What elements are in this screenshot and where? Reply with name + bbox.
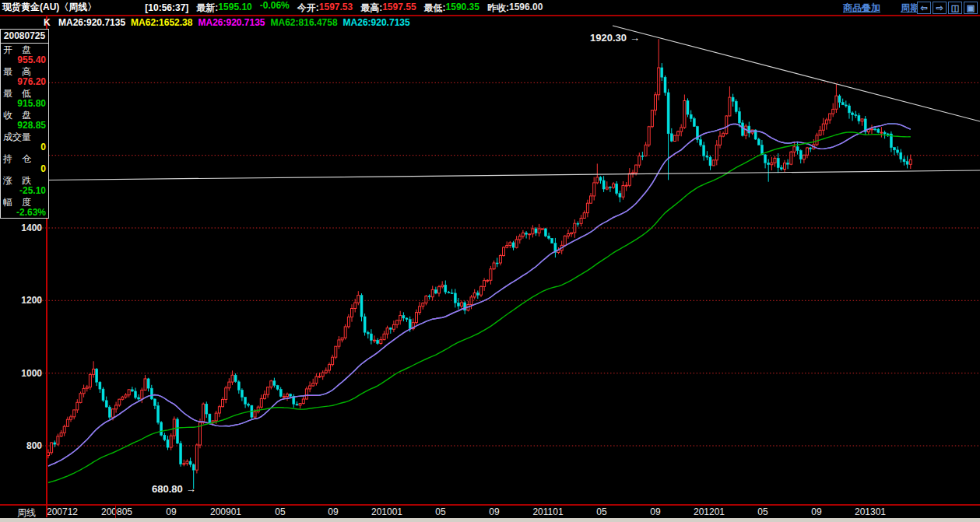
date-label: 201201 [694, 506, 725, 517]
trading-app-window: 现货黄金(AU)〈周线〉 [10:56:37] 最新:1595.10-0.06%… [0, 0, 980, 522]
field-label: 昨收: [487, 2, 509, 15]
date-label: 09 [811, 506, 821, 517]
annotation-text: 1920.30 [590, 32, 627, 44]
maximize-icon[interactable]: ▣ [964, 2, 978, 14]
quote-row-value: -2.63% [3, 208, 46, 218]
window-bottom-strip [0, 518, 980, 522]
annotation-arrow: → [630, 32, 640, 44]
price-annotation: 1920.30→ [590, 32, 640, 44]
split-window-icon[interactable]: ◫ [948, 2, 962, 14]
date-label: 09 [328, 506, 338, 517]
price-field: 最低:1590.35 [424, 2, 479, 15]
field-value: 1597.55 [382, 2, 416, 15]
date-label: 201101 [532, 506, 563, 517]
quote-row: 最 高976.20 [1, 66, 48, 87]
quote-row-value: 0 [3, 142, 46, 152]
quote-row: 收 盘928.85 [1, 110, 48, 131]
price-field: 最新:1595.10 [196, 2, 251, 15]
price-field: 最高:1597.55 [360, 2, 416, 15]
clock: [10:56:37] [145, 2, 188, 13]
axis-line-extension [46, 504, 47, 517]
ma-value-label: MA26:920.7135 [58, 17, 125, 28]
ma26-line [48, 124, 911, 466]
quote-info-panel: 20080725 开 盘955.40最 高976.20最 低915.80收 盘9… [0, 29, 49, 219]
quote-row-label: 最 低 [3, 88, 46, 99]
y-axis-label: 1000 [0, 368, 42, 379]
y-axis-label: 1400 [0, 222, 42, 233]
date-label: 05 [596, 506, 606, 517]
ma-value-label: MA26:920.7135 [343, 17, 410, 28]
support-trendline[interactable] [47, 170, 980, 180]
field-label: 最新: [196, 2, 218, 15]
arrow-left-icon[interactable]: ⇦ [917, 2, 931, 14]
date-label: 200805 [101, 506, 132, 517]
quote-row-label: 涨 跌 [3, 175, 46, 186]
ma-value-label: MA26:920.7135 [198, 17, 265, 28]
instrument-title: 现货黄金(AU)〈周线〉 [2, 1, 97, 14]
date-label: 05 [275, 506, 285, 517]
price-field: 今开:1597.53 [297, 2, 353, 15]
date-label: 05 [435, 506, 445, 517]
field-value: 1597.53 [319, 2, 353, 15]
k-chart-label: K [44, 17, 51, 28]
quote-row: 最 低915.80 [1, 88, 48, 109]
date-label: 09 [489, 506, 499, 517]
quote-row-label: 开 盘 [3, 44, 46, 55]
field-label: 今开: [297, 2, 319, 15]
quote-row-label: 成交量 [3, 131, 46, 142]
date-label: 09 [650, 506, 660, 517]
quote-row-value: -25.10 [3, 186, 46, 196]
date-label: 201001 [371, 506, 402, 517]
top-bar: 现货黄金(AU)〈周线〉 [10:56:37] 最新:1595.10-0.06%… [0, 0, 980, 15]
field-value: -0.06% [260, 0, 290, 11]
price-field: 昨收:1596.00 [487, 2, 543, 15]
quote-row-value: 955.40 [3, 55, 46, 65]
field-label: 最低: [424, 2, 446, 15]
arrow-right-icon[interactable]: ⇨ [933, 2, 947, 14]
field-value: 1596.00 [509, 2, 543, 15]
quote-row-value: 915.80 [3, 99, 46, 109]
date-label: 200712 [47, 506, 78, 517]
date-tick [115, 506, 116, 519]
ma-value-label: MA62:1652.38 [131, 17, 192, 28]
price-annotation: 680.80→ [152, 483, 196, 495]
quote-row-value: 976.20 [3, 77, 46, 87]
quote-row: 成交量0 [1, 131, 48, 152]
annotation-text: 680.80 [152, 483, 183, 495]
quote-row: 幅 度-2.63% [1, 197, 48, 218]
quote-row-label: 最 高 [3, 66, 46, 77]
x-axis-bar: 周线 2007122008050920090105092010010509201… [0, 504, 980, 519]
ma26-line [48, 124, 911, 466]
y-axis-label: 1200 [0, 295, 42, 306]
top-divider [0, 15, 980, 16]
ma-value-label: MA62:816.4758 [271, 17, 338, 28]
quote-row: 开 盘955.40 [1, 44, 48, 65]
ma-values: MA26:920.7135MA62:1652.38MA26:920.7135MA… [58, 17, 416, 28]
quote-row-label: 持 仓 [3, 153, 46, 164]
price-field: -0.06% [260, 0, 290, 11]
date-label: 201301 [855, 506, 886, 517]
menu-link-商品叠加[interactable]: 商品叠加 [843, 2, 880, 15]
date-label: 09 [166, 506, 176, 517]
quote-row-label: 收 盘 [3, 110, 46, 121]
quote-row-value: 0 [3, 164, 46, 174]
window-buttons: ⇦⇨◫▣ [917, 2, 978, 14]
quote-row: 持 仓0 [1, 153, 48, 174]
quote-row-value: 928.85 [3, 121, 46, 131]
field-value: 1590.35 [446, 2, 479, 15]
quote-row: 涨 跌-25.10 [1, 175, 48, 196]
quote-date: 20080725 [1, 30, 48, 44]
quote-row-label: 幅 度 [3, 197, 46, 208]
price-fields: 最新:1595.10-0.06%今开:1597.53最高:1597.55最低:1… [188, 0, 543, 15]
ma-label-row: K MA26:920.7135MA62:1652.38MA26:920.7135… [44, 17, 421, 29]
top-links: 商品叠加周期 [843, 2, 919, 15]
field-label: 最高: [360, 2, 382, 15]
date-label: 200901 [210, 506, 241, 517]
annotation-arrow: → [186, 483, 196, 495]
y-axis-label: 800 [0, 440, 42, 451]
candlestick-chart[interactable] [0, 16, 980, 504]
date-label: 05 [757, 506, 767, 517]
field-value: 1595.10 [218, 2, 251, 15]
